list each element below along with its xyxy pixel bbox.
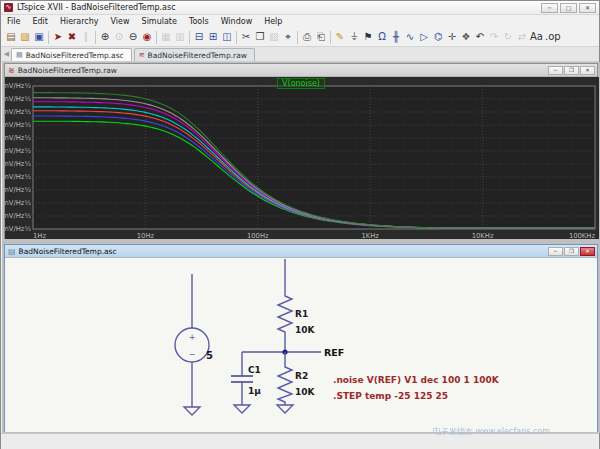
toolbar-icon[interactable]: ➤ [51, 29, 65, 45]
toolbar-icon[interactable]: ↷ [487, 29, 501, 45]
file-type-icon: ≋ [139, 51, 145, 59]
toolbar-icon[interactable]: ▤ [4, 29, 18, 45]
toolbar: ▤▨▣➤✖∥⊕⊙⊖◉▦▥⊟⊞◫✂❐▧⌖⎙⎗✎⏚⚑Ω╫∿▷⌬✛❖↶↷↻⇄Aa.op [1, 28, 599, 47]
spice-directive-noise[interactable]: .noise V(REF) V1 dec 100 1 100K [333, 375, 500, 385]
toolbar-icon[interactable]: ✛ [445, 29, 459, 45]
y-tick-label: 8nV/Hz½ [5, 121, 31, 129]
y-tick-label: 11nV/Hz½ [5, 82, 31, 90]
toolbar-icon[interactable]: ✖ [65, 29, 79, 45]
toolbar-icon[interactable]: ❖ [459, 29, 473, 45]
ref-net-wire[interactable]: REF [242, 347, 344, 358]
toolbar-icon[interactable]: ∿ [403, 29, 417, 45]
toolbar-icon[interactable] [189, 31, 190, 44]
trace-label[interactable]: V(onoise) [277, 78, 325, 89]
y-tick-label: 3nV/Hz½ [5, 186, 31, 194]
toolbar-icon[interactable]: ▥ [173, 29, 187, 45]
toolbar-icon[interactable]: ⊟ [192, 29, 206, 45]
toolbar-icon[interactable]: ◫ [220, 29, 234, 45]
schematic-canvas[interactable]: + − 5 R1 10K [5, 258, 597, 432]
window-control-button[interactable]: ❐ [564, 66, 579, 75]
toolbar-icon[interactable]: Ω [375, 29, 389, 45]
schematic-file-icon: ▤ [8, 247, 16, 256]
toolbar-icon[interactable]: .op [544, 29, 562, 45]
voltage-source-v1[interactable]: + − 5 [175, 274, 213, 407]
ground-symbol[interactable] [234, 405, 250, 413]
waveform-window: ≋ BadNoiseFilteredTemp.raw ─❐✕ V(onoise)… [4, 63, 598, 239]
toolbar-icon[interactable] [330, 31, 331, 44]
menu-item[interactable]: Tools [183, 15, 215, 28]
net-label-ref[interactable]: REF [324, 347, 344, 358]
schematic-window-titlebar[interactable]: ▤ BadNoiseFilteredTemp.asc ─❐✕ [5, 245, 597, 258]
toolbar-icon[interactable] [48, 31, 49, 44]
window-control-button[interactable]: ✕ [580, 66, 595, 75]
toolbar-icon[interactable] [297, 31, 298, 44]
x-tick-label: 100Hz [247, 232, 269, 240]
window-title: LTspice XVII - BadNoiseFilteredTemp.asc [17, 3, 176, 12]
window-control-button[interactable]: □ [560, 3, 577, 13]
file-type-icon: ▤ [16, 51, 23, 59]
ground-symbol[interactable] [277, 405, 293, 413]
menu-item[interactable]: Hierarchy [54, 15, 105, 28]
toolbar-icon[interactable]: ❐ [253, 29, 267, 45]
menu-item[interactable]: Simulate [136, 15, 183, 28]
y-tick-label: 0nV/Hz½ [5, 225, 31, 233]
toolbar-icon[interactable]: ✎ [333, 29, 347, 45]
toolbar-icon[interactable]: ⊖ [126, 29, 140, 45]
toolbar-icon[interactable]: ⊕ [98, 29, 112, 45]
window-control-button[interactable]: ❐ [564, 247, 579, 256]
toolbar-icon[interactable] [236, 31, 237, 44]
window-control-button[interactable]: ✕ [580, 247, 595, 256]
toolbar-icon[interactable] [95, 31, 96, 44]
y-tick-label: 2nV/Hz½ [5, 199, 31, 207]
toolbar-icon[interactable]: ⚑ [361, 29, 375, 45]
toolbar-icon[interactable]: ⏚ [347, 29, 361, 45]
toolbar-icon[interactable]: ⎙ [300, 29, 314, 45]
toolbar-icon[interactable]: ⊙ [112, 29, 126, 45]
menu-bar: FileEditHierarchyViewSimulateToolsWindow… [1, 15, 599, 28]
spice-directive-step[interactable]: .STEP temp -25 125 25 [333, 391, 448, 401]
toolbar-icon[interactable]: ⊞ [206, 29, 220, 45]
title-bar: ∿ LTspice XVII - BadNoiseFilteredTemp.as… [1, 1, 599, 15]
source-minus-sign: − [189, 350, 196, 359]
resistor-r2[interactable]: R2 10K [278, 352, 316, 405]
resistor-r1[interactable]: R1 10K [278, 259, 316, 352]
document-tab[interactable]: ≋ BadNoiseFilteredTemp.raw [134, 48, 255, 61]
window-control-button[interactable]: ─ [548, 247, 563, 256]
waveform-window-title: BadNoiseFilteredTemp.raw [18, 66, 117, 75]
toolbar-icon[interactable]: ⎗ [314, 29, 328, 45]
y-tick-label: 9nV/Hz½ [5, 108, 31, 116]
menu-item[interactable]: Help [258, 15, 288, 28]
toolbar-icon[interactable]: ▧ [267, 29, 281, 45]
toolbar-icon[interactable]: ▨ [18, 29, 32, 45]
capacitor-c1[interactable]: C1 1µ [231, 352, 261, 405]
toolbar-icon[interactable]: ↻ [501, 29, 515, 45]
r1-name: R1 [295, 309, 308, 319]
toolbar-icon[interactable]: ⌬ [431, 29, 445, 45]
toolbar-icon[interactable]: ▷ [417, 29, 431, 45]
waveform-window-titlebar[interactable]: ≋ BadNoiseFilteredTemp.raw ─❐✕ [5, 64, 597, 77]
schematic-window: ▤ BadNoiseFilteredTemp.asc ─❐✕ + [4, 244, 598, 432]
toolbar-icon[interactable]: ✂ [239, 29, 253, 45]
toolbar-icon[interactable]: ▣ [32, 29, 46, 45]
menu-item[interactable]: Window [215, 15, 259, 28]
toolbar-icon[interactable] [156, 31, 157, 44]
ground-symbol[interactable] [184, 407, 200, 415]
toolbar-icon[interactable]: ◉ [140, 29, 154, 45]
toolbar-icon[interactable]: Aa [529, 29, 544, 45]
toolbar-icon[interactable]: ╫ [389, 29, 403, 45]
menu-item[interactable]: Edit [26, 15, 54, 28]
menu-item[interactable]: View [105, 15, 136, 28]
document-tab[interactable]: ▤ BadNoiseFilteredTemp.asc [11, 48, 132, 61]
toolbar-icon[interactable]: ▦ [159, 29, 173, 45]
c1-name: C1 [248, 365, 261, 375]
ltspice-window: ∿ LTspice XVII - BadNoiseFilteredTemp.as… [0, 0, 600, 449]
tab-scroll-left-icon[interactable]: ◀ [2, 48, 11, 61]
toolbar-icon[interactable]: ↶ [473, 29, 487, 45]
toolbar-icon[interactable]: ⇄ [515, 29, 529, 45]
window-control-button[interactable]: ─ [548, 66, 563, 75]
window-control-button[interactable]: ─ [541, 3, 558, 13]
toolbar-icon[interactable]: ∥ [79, 29, 93, 45]
window-control-button[interactable]: ✕ [579, 3, 596, 13]
menu-item[interactable]: File [1, 15, 26, 28]
toolbar-icon[interactable]: ⌖ [281, 29, 295, 45]
